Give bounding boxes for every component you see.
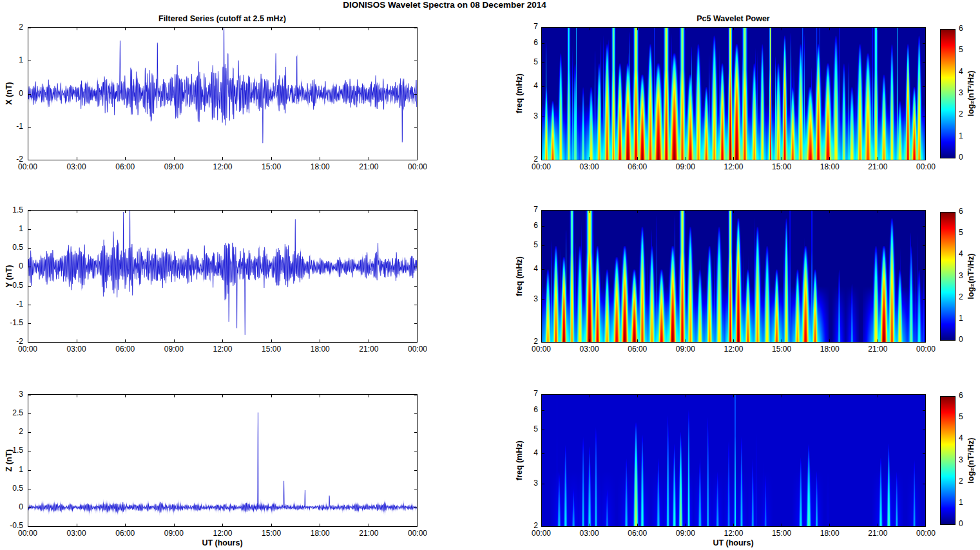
x-tick-label: 12:00 [213, 163, 232, 171]
colorbar-tick-label: 4 [959, 250, 963, 258]
x-tick-label: 03:00 [580, 163, 599, 171]
x-tick-label: 00:00 [408, 529, 427, 538]
wavelet-spectra-figure: DIONISOS Wavelet Spectra on 08 December … [0, 0, 980, 550]
x-tick-label: 09:00 [164, 529, 184, 538]
colorbar-tick-label: 6 [959, 24, 963, 33]
x-tick-label: 03:00 [67, 345, 86, 354]
colorbar-tick-label: 0 [959, 520, 963, 528]
colorbar-tick-label: 2 [959, 110, 963, 119]
x-tick-label: 00:00 [18, 345, 37, 354]
x-tick-label: 18:00 [311, 163, 330, 171]
colorbar-tick-label: 0 [959, 153, 963, 162]
x-filtered-series-canvas [28, 27, 418, 160]
z-wavelet-freq-label: freq (mHz) [515, 441, 524, 480]
colorbar-tick-label: 5 [959, 229, 963, 237]
x-tick-label: 00:00 [18, 163, 37, 171]
x-tick-label: 18:00 [820, 345, 840, 354]
x-tick-label: 06:00 [628, 163, 647, 171]
x-tick-label: 00:00 [408, 163, 427, 171]
x-tick-label: 15:00 [262, 163, 281, 171]
x-wavelet-power-canvas [541, 27, 926, 160]
y-tick-label: 0.5 [0, 484, 23, 493]
y-tick-label: -1.5 [0, 319, 23, 327]
y-tick-label: 0.5 [0, 243, 23, 252]
y-tick-label: 0 [0, 503, 23, 511]
x-tick-label: 00:00 [916, 345, 936, 354]
x-tick-label: 18:00 [820, 529, 840, 538]
z-filtered-series-canvas [28, 394, 418, 527]
colorbar-z-canvas [940, 396, 956, 525]
x-tick-label: 12:00 [213, 529, 232, 538]
x-tick-label: 06:00 [628, 529, 647, 538]
x-tick-label: 21:00 [359, 345, 378, 354]
colorbar-x-canvas [940, 29, 956, 158]
freq-tick-label: 3 [528, 295, 538, 303]
y-tick-label: 1.5 [0, 446, 23, 455]
ut-hours-label-left: UT (hours) [202, 538, 242, 547]
y-tick-label: -1 [0, 122, 23, 131]
x-tick-label: 09:00 [164, 163, 184, 171]
x-wavelet-power-plot [541, 27, 926, 160]
freq-tick-label: 3 [528, 479, 538, 488]
figure-title: DIONISOS Wavelet Spectra on 08 December … [343, 0, 546, 10]
colorbar-z-label: log₂(nT²/Hz) [966, 438, 975, 484]
x-tick-label: 06:00 [115, 345, 135, 354]
y-tick-label: 2.5 [0, 409, 23, 417]
x-tick-label: 21:00 [868, 163, 887, 171]
y-tick-label: 2 [0, 23, 23, 32]
colorbar-tick-label: 1 [959, 314, 963, 323]
z-filtered-series-plot [28, 394, 418, 527]
z-wavelet-power-plot [541, 394, 926, 527]
freq-tick-label: 5 [528, 58, 538, 66]
y-tick-label: -1 [0, 300, 23, 308]
x-tick-label: 18:00 [820, 163, 840, 171]
freq-tick-label: 7 [528, 23, 538, 31]
colorbar-tick-label: 3 [959, 89, 963, 97]
x-tick-label: 00:00 [532, 163, 551, 171]
x-tick-label: 00:00 [408, 345, 427, 354]
x-tick-label: 03:00 [67, 163, 86, 171]
x-tick-label: 21:00 [359, 163, 378, 171]
y-tick-label: 3 [0, 390, 23, 399]
x-tick-label: 21:00 [359, 529, 378, 538]
colorbar-tick-label: 6 [959, 392, 963, 400]
freq-tick-label: 4 [528, 265, 538, 273]
x-tick-label: 15:00 [772, 345, 791, 354]
x-tick-label: 00:00 [532, 345, 551, 354]
y-filtered-series-canvas [28, 210, 418, 343]
colorbar-tick-label: 0 [959, 336, 963, 344]
x-tick-label: 15:00 [772, 529, 791, 538]
colorbar-tick-label: 3 [959, 456, 963, 464]
x-tick-label: 03:00 [67, 529, 86, 538]
x-tick-label: 12:00 [724, 345, 743, 354]
z-wavelet-power-canvas [541, 394, 926, 527]
freq-tick-label: 7 [528, 390, 538, 398]
x-tick-label: 06:00 [115, 163, 135, 171]
filtered-series-title: Filtered Series (cutoff at 2.5 mHz) [159, 14, 286, 23]
colorbar-tick-label: 2 [959, 477, 963, 486]
freq-tick-label: 3 [528, 112, 538, 120]
x-wavelet-freq-label: freq (mHz) [515, 73, 524, 113]
colorbar-y-label: log₂(nT²/Hz) [966, 254, 975, 299]
freq-tick-label: 7 [528, 205, 538, 214]
colorbar-tick-label: 2 [959, 293, 963, 301]
freq-tick-label: 4 [528, 82, 538, 90]
colorbar-x [940, 29, 956, 158]
colorbar-tick-label: 5 [959, 413, 963, 421]
colorbar-tick-label: 6 [959, 207, 963, 216]
y-tick-label: -0.5 [0, 281, 23, 290]
x-tick-label: 15:00 [262, 529, 281, 538]
x-tick-label: 12:00 [724, 529, 743, 538]
y-tick-label: 1.5 [0, 206, 23, 214]
x-filtered-series-plot [28, 27, 418, 160]
x-tick-label: 03:00 [580, 345, 599, 354]
colorbar-z [940, 396, 956, 525]
x-tick-label: 21:00 [868, 345, 887, 354]
freq-tick-label: 4 [528, 449, 538, 457]
freq-tick-label: 6 [528, 222, 538, 230]
x-tick-label: 03:00 [580, 529, 599, 538]
colorbar-tick-label: 1 [959, 132, 963, 140]
y-wavelet-power-canvas [541, 210, 926, 343]
colorbar-x-label: log₂(nT²/Hz) [966, 71, 975, 117]
y-wavelet-power-plot [541, 210, 926, 343]
